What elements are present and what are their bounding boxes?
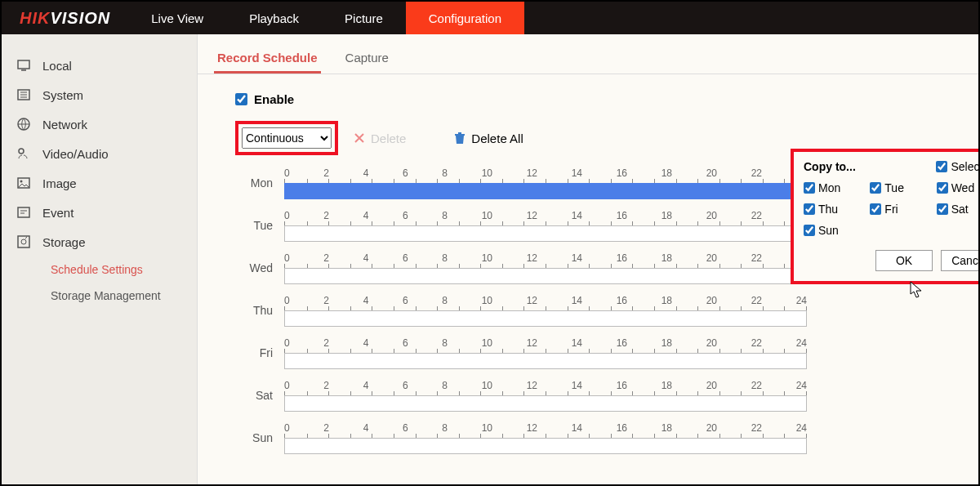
svg-point-3: [19, 149, 24, 154]
schedule-track[interactable]: 024681012141618202224: [284, 210, 807, 242]
logo-prefix: HIK: [20, 9, 50, 27]
logo: HIKVISION: [2, 9, 128, 28]
copy-day-sun[interactable]: Sun: [804, 224, 865, 237]
trash-icon: [453, 132, 466, 145]
schedule-row-sat: Sat024681012141618202224: [235, 374, 978, 417]
day-label: Fri: [235, 346, 284, 359]
schedule-row-thu: Thu024681012141618202224: [235, 289, 978, 332]
day-label: Wed: [235, 261, 284, 274]
sidebar-item-video-audio[interactable]: Video/Audio: [2, 139, 197, 168]
day-label: Sat: [235, 389, 284, 402]
schedule-track[interactable]: 024681012141618202224: [284, 167, 807, 199]
delete-button[interactable]: Delete: [353, 132, 406, 145]
schedule-bar[interactable]: [284, 438, 807, 454]
system-icon: [16, 87, 31, 102]
popup-header: Copy to... Select All: [804, 160, 980, 173]
sidebar-item-storage[interactable]: Storage: [2, 227, 197, 256]
select-all-checkbox[interactable]: [936, 161, 947, 172]
copy-day-checkbox[interactable]: [870, 182, 881, 194]
storage-icon: [16, 234, 31, 249]
day-label: Tue: [235, 219, 284, 232]
schedule-track[interactable]: 024681012141618202224: [284, 337, 807, 369]
enable-checkbox[interactable]: [235, 93, 247, 105]
va-icon: [16, 146, 31, 161]
copy-day-thu[interactable]: Thu: [804, 203, 865, 216]
delete-all-label: Delete All: [471, 132, 523, 145]
popup-title: Copy to...: [804, 160, 856, 173]
sidebar-item-system[interactable]: System: [2, 80, 197, 109]
popup-buttons: OK Cancel: [804, 250, 980, 271]
sub-tabs: Record ScheduleCapture: [198, 46, 978, 74]
copy-day-mon[interactable]: Mon: [804, 181, 865, 194]
schedule-bar[interactable]: [284, 268, 807, 284]
select-all-label: Select All: [951, 160, 980, 173]
record-type-select[interactable]: Continuous: [242, 127, 332, 149]
copy-day-sat[interactable]: Sat: [937, 203, 980, 216]
sidebar-sub-schedule-settings[interactable]: Schedule Settings: [0, 256, 197, 283]
copy-day-checkbox[interactable]: [804, 182, 815, 194]
copy-day-checkbox[interactable]: [870, 203, 881, 215]
top-bar: HIKVISION Live ViewPlaybackPictureConfig…: [2, 2, 978, 34]
logo-suffix: VISION: [50, 9, 110, 27]
schedule-bar[interactable]: [284, 353, 807, 369]
main-area: LocalSystemNetworkVideo/AudioImageEventS…: [2, 34, 978, 484]
sidebar-item-event[interactable]: Event: [2, 198, 197, 227]
copy-day-checkbox[interactable]: [937, 203, 948, 215]
tab-capture[interactable]: Capture: [342, 46, 392, 74]
content-panel: Record ScheduleCapture Enable Continuous…: [198, 34, 978, 484]
schedule-track[interactable]: 024681012141618202224: [284, 380, 807, 412]
topnav-playback[interactable]: Playback: [226, 2, 322, 34]
sidebar-item-local[interactable]: Local: [2, 51, 197, 80]
copy-day-checkbox[interactable]: [804, 203, 815, 215]
sidebar-item-image[interactable]: Image: [2, 168, 197, 198]
sidebar-sub-storage-management[interactable]: Storage Management: [2, 283, 197, 309]
delete-label: Delete: [371, 132, 406, 145]
schedule-track[interactable]: 024681012141618202224: [284, 422, 807, 454]
event-icon: [16, 205, 31, 220]
day-label: Sun: [235, 431, 284, 444]
copy-day-wed[interactable]: Wed: [937, 181, 980, 194]
schedule-track[interactable]: 024681012141618202224: [284, 252, 807, 284]
dropdown-highlight: Continuous: [235, 121, 338, 155]
schedule-bar[interactable]: [284, 310, 807, 327]
cancel-button[interactable]: Cancel: [941, 250, 980, 271]
svg-point-5: [20, 181, 23, 183]
tab-record-schedule[interactable]: Record Schedule: [214, 46, 321, 74]
day-label: Thu: [235, 304, 284, 317]
sidebar-item-network[interactable]: Network: [2, 109, 197, 139]
popup-days-grid: MonTueWedThuFriSatSun: [804, 181, 980, 237]
copy-day-checkbox[interactable]: [804, 225, 815, 236]
enable-label: Enable: [254, 92, 294, 106]
globe-icon: [16, 117, 31, 132]
topnav-configuration[interactable]: Configuration: [406, 2, 524, 34]
schedule-bar[interactable]: [284, 225, 807, 242]
svg-rect-0: [18, 60, 29, 69]
schedule-track[interactable]: 024681012141618202224: [284, 295, 807, 327]
svg-rect-6: [18, 207, 29, 217]
monitor-icon: [16, 58, 31, 73]
day-label: Mon: [235, 176, 284, 189]
schedule-bar[interactable]: [284, 183, 807, 199]
enable-row: Enable: [235, 92, 978, 106]
svg-rect-7: [18, 236, 29, 247]
schedule-row-sun: Sun024681012141618202224: [235, 417, 978, 459]
schedule-bar[interactable]: [284, 395, 807, 412]
copy-day-checkbox[interactable]: [937, 182, 948, 194]
copy-to-popup: Copy to... Select All MonTueWedThuFriSat…: [791, 149, 980, 284]
image-icon: [16, 176, 31, 190]
copy-day-tue[interactable]: Tue: [870, 181, 931, 194]
top-nav: Live ViewPlaybackPictureConfiguration: [128, 2, 524, 34]
svg-point-8: [21, 239, 26, 244]
delete-all-button[interactable]: Delete All: [453, 132, 523, 145]
ok-button[interactable]: OK: [875, 250, 933, 271]
x-icon: [353, 132, 366, 145]
topnav-live-view[interactable]: Live View: [128, 2, 226, 34]
select-all-row[interactable]: Select All: [936, 160, 980, 173]
topnav-picture[interactable]: Picture: [322, 2, 406, 34]
copy-day-fri[interactable]: Fri: [870, 203, 931, 216]
sidebar: LocalSystemNetworkVideo/AudioImageEventS…: [2, 34, 198, 484]
schedule-row-fri: Fri024681012141618202224: [235, 332, 978, 374]
